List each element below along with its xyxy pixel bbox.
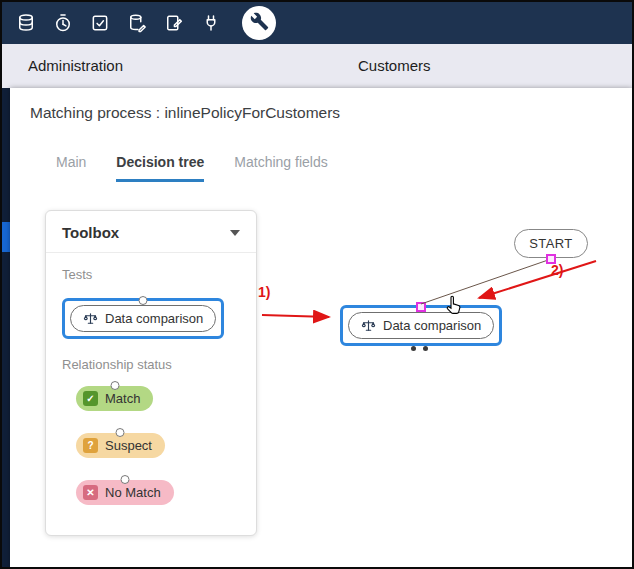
nav-item-customers[interactable]: Customers xyxy=(358,44,431,88)
nav-item-administration[interactable]: Administration xyxy=(28,44,123,88)
connector-circle[interactable] xyxy=(110,381,119,390)
section-label-tests: Tests xyxy=(62,267,240,282)
page-title: Matching process : inlinePolicyForCustom… xyxy=(30,104,340,122)
toolbox-item-match[interactable]: ✓ Match xyxy=(76,386,153,411)
check-square-icon[interactable] xyxy=(90,13,110,33)
tab-matching-fields[interactable]: Matching fields xyxy=(234,154,327,182)
toolbox-item-label: Data comparison xyxy=(105,311,203,326)
toolbox-header: Toolbox xyxy=(46,211,256,253)
toolbox-item-no-match[interactable]: ✕ No Match xyxy=(76,480,174,505)
annotation-2: 2) xyxy=(551,262,563,278)
chevron-down-icon[interactable] xyxy=(230,230,240,236)
toolbox-item-label: Suspect xyxy=(105,438,152,453)
data-comparison-pill: Data comparison xyxy=(70,305,216,332)
toolbox-title: Toolbox xyxy=(62,224,119,241)
toolbox-item-label: No Match xyxy=(105,485,161,500)
toolbox-item-label: Match xyxy=(105,391,140,406)
toolbox-body: Tests Data comparison Relationship statu… xyxy=(46,253,256,525)
connector-circle[interactable] xyxy=(120,475,129,484)
start-output-connector[interactable] xyxy=(546,254,556,264)
question-icon: ? xyxy=(83,438,98,453)
matching-process-panel: Matching process : inlinePolicyForCustom… xyxy=(10,88,632,567)
node-input-connector[interactable] xyxy=(416,302,426,312)
toolbox-item-suspect[interactable]: ? Suspect xyxy=(76,433,165,458)
match-check-icon: ✓ xyxy=(83,391,98,406)
annotation-1: 1) xyxy=(258,284,270,300)
balance-scale-icon xyxy=(83,311,98,326)
node-output-dot[interactable] xyxy=(423,346,428,351)
canvas-node-data-comparison[interactable]: Data comparison xyxy=(340,305,502,346)
data-comparison-pill: Data comparison xyxy=(348,312,494,339)
section-label-relationship: Relationship status xyxy=(62,357,240,372)
database-edit-icon[interactable] xyxy=(127,13,147,33)
balance-scale-icon xyxy=(361,318,376,333)
canvas-node-label: Data comparison xyxy=(383,318,481,333)
clock-icon[interactable] xyxy=(53,13,73,33)
left-scroll-indicator xyxy=(2,222,10,252)
clipboard-edit-icon[interactable] xyxy=(164,13,184,33)
toolbox-panel: Toolbox Tests Data comparison Relationsh… xyxy=(45,210,257,536)
tab-bar: Main Decision tree Matching fields xyxy=(56,154,328,182)
x-icon: ✕ xyxy=(83,485,98,500)
connector-circle[interactable] xyxy=(139,296,148,305)
top-toolbar xyxy=(2,2,632,44)
tab-main[interactable]: Main xyxy=(56,154,86,182)
breadcrumb-bar: Administration Customers xyxy=(2,44,632,88)
wrench-icon xyxy=(250,12,269,35)
active-tool-button[interactable] xyxy=(242,6,276,40)
database-icon[interactable] xyxy=(16,13,36,33)
left-edge-strip xyxy=(2,88,10,567)
node-output-dot[interactable] xyxy=(411,346,416,351)
connector-circle[interactable] xyxy=(116,428,125,437)
tab-decision-tree[interactable]: Decision tree xyxy=(116,154,204,182)
toolbox-item-data-comparison[interactable]: Data comparison xyxy=(62,298,224,339)
start-node-label: START xyxy=(529,236,572,251)
app-window: Administration Customers Matching proces… xyxy=(0,0,634,569)
plug-icon[interactable] xyxy=(201,13,221,33)
